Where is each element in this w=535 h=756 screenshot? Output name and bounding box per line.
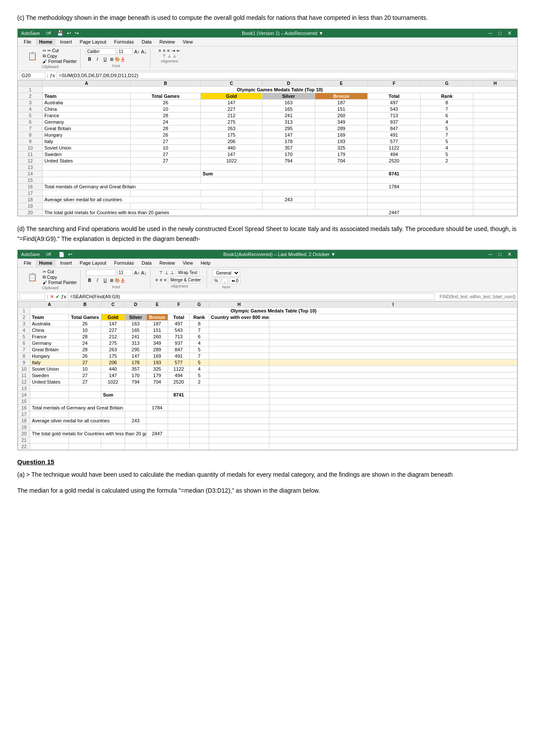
number-format-select[interactable]: General <box>213 269 240 277</box>
cut-label[interactable]: ✂ Cut <box>47 48 59 53</box>
col-g[interactable]: G <box>420 81 473 87</box>
font-color-icon[interactable]: A <box>121 57 124 62</box>
fill-color-icon[interactable]: 🎨 <box>115 57 120 62</box>
menu-insert-1[interactable]: Insert <box>56 38 75 45</box>
border-icon-2[interactable]: ⊞ <box>110 278 113 283</box>
confirm-icon[interactable]: ✔ <box>56 294 59 300</box>
menu-formulas-1[interactable]: Formulas <box>111 38 138 45</box>
save-icon[interactable]: 💾 <box>57 30 63 36</box>
col2-d[interactable]: D <box>125 302 147 308</box>
menu-pagelayout-2[interactable]: Page Layout <box>76 259 110 266</box>
paste-button-2[interactable]: 📋 <box>24 271 41 283</box>
font-grow-icon[interactable]: A↑ <box>134 49 140 54</box>
col-h[interactable]: H <box>473 81 517 87</box>
col2-c[interactable]: C <box>101 302 125 308</box>
merge-center-button[interactable]: Merge & Center <box>168 277 203 283</box>
formula-input-1[interactable] <box>56 72 516 79</box>
col-c[interactable]: C <box>201 81 263 87</box>
align-left-icon-2[interactable]: ≡ <box>156 278 158 282</box>
menu-file-2[interactable]: File <box>20 259 35 266</box>
col2-b[interactable]: B <box>69 302 101 308</box>
middle-align-icon[interactable]: ⊥ <box>168 54 171 58</box>
format-painter-label-2[interactable]: Format Painter <box>48 280 77 285</box>
col2-g[interactable]: G <box>190 302 209 308</box>
function-icon-2[interactable]: ƒx <box>61 294 66 299</box>
maximize-icon[interactable]: □ <box>496 30 504 36</box>
font-size-input-2[interactable] <box>117 269 133 276</box>
col-a[interactable]: A <box>43 81 131 87</box>
align-right-icon[interactable]: ≡ <box>167 48 170 53</box>
font-grow-icon-2[interactable]: A↑ <box>134 270 140 275</box>
align-center-icon[interactable]: ≡ <box>163 48 166 53</box>
outdent-icon[interactable]: ⇤ <box>177 48 180 53</box>
col-d[interactable]: D <box>262 81 315 87</box>
align-left-icon[interactable]: ≡ <box>159 48 161 53</box>
comma-button[interactable]: , <box>222 278 228 284</box>
align-mid-icon[interactable]: ⊥ <box>165 270 169 275</box>
align-bot-icon[interactable]: ⊥ <box>170 270 174 275</box>
align-right-icon-2[interactable]: ≡ <box>164 278 167 282</box>
bottom-align-icon[interactable]: ⊥ <box>173 54 176 58</box>
border-icon[interactable]: ⊞ <box>110 57 113 62</box>
font-shrink-icon[interactable]: A↓ <box>141 49 147 54</box>
menu-home-1[interactable]: Home <box>36 38 56 45</box>
italic-button-2[interactable]: I <box>94 277 100 284</box>
name-box-2[interactable] <box>19 293 45 300</box>
underline-button[interactable]: U <box>101 56 109 63</box>
maximize-icon-2[interactable]: □ <box>496 251 504 257</box>
font-size-input[interactable] <box>117 48 133 55</box>
cancel-icon[interactable]: ✕ <box>50 294 54 300</box>
close-icon-2[interactable]: ✕ <box>505 251 514 257</box>
function-icon[interactable]: ƒx <box>50 73 55 78</box>
bold-button[interactable]: B <box>86 56 93 63</box>
menu-data-2[interactable]: Data <box>138 259 155 266</box>
name-box-1[interactable] <box>19 72 45 79</box>
menu-help-2[interactable]: Help <box>197 259 214 266</box>
top-align-icon[interactable]: ⊤ <box>163 54 166 58</box>
copy-label[interactable]: Copy <box>47 54 57 59</box>
font-shrink-icon-2[interactable]: A↓ <box>141 270 147 275</box>
col-b[interactable]: B <box>130 81 200 87</box>
redo-icon[interactable]: ↪ <box>75 30 79 36</box>
decrease-decimal-button[interactable]: ⬅.0 <box>229 278 241 284</box>
align-center-icon-2[interactable]: ≡ <box>160 278 163 282</box>
autosave-toggle[interactable]: Off <box>43 31 53 36</box>
align-top-icon[interactable]: ⊤ <box>159 270 163 275</box>
percent-button[interactable]: % <box>212 278 220 284</box>
menu-data-1[interactable]: Data <box>138 38 155 45</box>
undo-icon-2[interactable]: ↩ <box>68 251 72 257</box>
indent-icon[interactable]: ⇥ <box>172 48 175 53</box>
undo-icon[interactable]: ↩ <box>67 30 71 36</box>
font-color-icon-2[interactable]: A <box>121 278 124 283</box>
col2-e[interactable]: E <box>147 302 168 308</box>
col2-a[interactable]: A <box>30 302 69 308</box>
menu-file-1[interactable]: File <box>20 38 35 45</box>
format-painter-label[interactable]: Format Painter <box>48 59 77 64</box>
col-f[interactable]: F <box>368 81 420 87</box>
close-icon[interactable]: ✕ <box>505 30 514 36</box>
menu-pagelayout-1[interactable]: Page Layout <box>76 38 110 45</box>
col2-h[interactable]: H <box>209 302 269 308</box>
col2-f[interactable]: F <box>168 302 190 308</box>
menu-home-2[interactable]: Home <box>36 259 56 266</box>
formula-input-2[interactable] <box>68 293 434 300</box>
cut-label-2[interactable]: Cut <box>47 269 54 274</box>
underline-button-2[interactable]: U <box>101 277 109 284</box>
wrap-text-button[interactable]: Wrap Text <box>176 269 200 276</box>
minimize-icon[interactable]: ─ <box>486 30 494 36</box>
font-name-input[interactable] <box>86 48 116 55</box>
col2-i[interactable]: I <box>269 302 517 308</box>
menu-view-2[interactable]: View <box>179 259 197 266</box>
copy-label-2[interactable]: Copy <box>47 275 57 280</box>
menu-insert-2[interactable]: Insert <box>56 259 75 266</box>
menu-view-1[interactable]: View <box>179 38 197 45</box>
bold-button-2[interactable]: B <box>86 277 93 284</box>
autosave-toggle-2[interactable]: Off <box>43 252 53 257</box>
menu-formulas-2[interactable]: Formulas <box>111 259 138 266</box>
menu-review-2[interactable]: Review <box>156 259 178 266</box>
italic-button[interactable]: I <box>94 56 100 63</box>
fill-color-icon-2[interactable]: 🎨 <box>115 278 120 283</box>
menu-review-1[interactable]: Review <box>156 38 178 45</box>
paste-button[interactable]: 📋 <box>24 50 41 62</box>
font-name-input-2[interactable] <box>86 269 116 276</box>
